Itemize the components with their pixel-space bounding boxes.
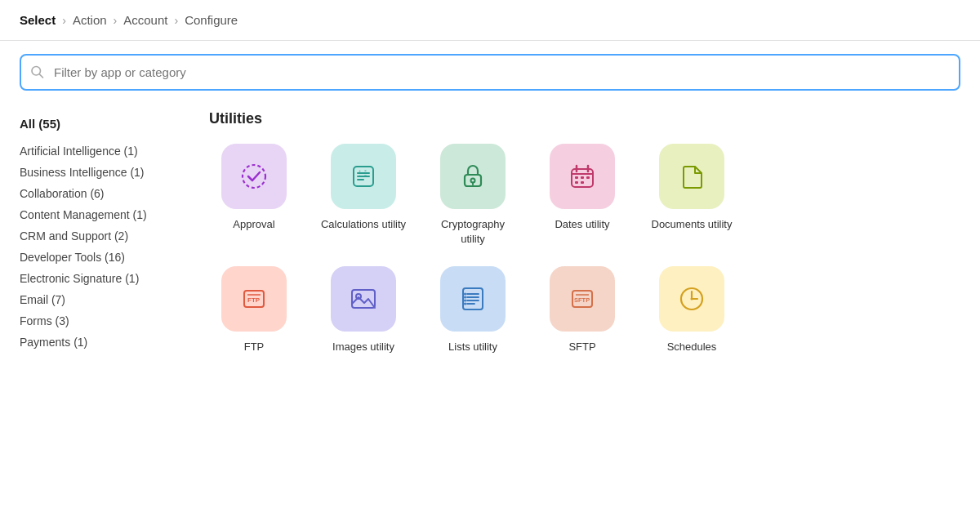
svg-point-2	[243, 165, 265, 188]
app-icon-images	[331, 266, 396, 332]
sidebar-item-ai[interactable]: Artificial Intelligence (1)	[20, 140, 183, 162]
apps-row-2: FTP FTP Images utility	[209, 266, 960, 354]
search-icon	[29, 64, 44, 81]
app-label-schedules: Schedules	[667, 340, 717, 354]
app-icon-sftp: SFTP	[550, 266, 615, 332]
svg-text:FTP: FTP	[247, 296, 261, 304]
app-icon-calculations: + × + =	[331, 144, 396, 209]
sidebar-item-collab[interactable]: Collaboration (6)	[20, 183, 183, 204]
svg-point-34	[464, 296, 466, 299]
app-card-approval[interactable]: Approval	[209, 144, 299, 247]
search-wrap	[20, 54, 960, 91]
svg-rect-18	[575, 176, 578, 179]
breadcrumb-sep-2: ›	[114, 14, 118, 27]
app-label-documents: Documents utility	[652, 217, 733, 232]
breadcrumb-configure[interactable]: Configure	[185, 13, 238, 27]
svg-rect-21	[575, 181, 578, 184]
app-card-lists[interactable]: Lists utility	[428, 266, 518, 354]
app-icon-ftp: FTP	[221, 266, 287, 332]
breadcrumb-sep-1: ›	[62, 14, 66, 27]
svg-text:SFTP: SFTP	[574, 296, 590, 304]
sidebar-item-payments[interactable]: Payments (1)	[20, 332, 183, 353]
sidebar-item-content[interactable]: Content Management (1)	[20, 204, 183, 225]
app-icon-dates	[550, 144, 615, 209]
sidebar-item-email[interactable]: Email (7)	[20, 289, 183, 310]
search-input[interactable]	[20, 54, 960, 91]
app-card-dates[interactable]: Dates utility	[537, 144, 627, 247]
app-label-cryptography: Cryptography utility	[428, 217, 518, 247]
sidebar-item-bi[interactable]: Business Intelligence (1)	[20, 162, 183, 183]
breadcrumb-action[interactable]: Action	[73, 13, 107, 27]
breadcrumb-sep-3: ›	[174, 14, 178, 27]
sidebar-item-crm[interactable]: CRM and Support (2)	[20, 225, 183, 247]
search-bar-wrap	[0, 41, 980, 91]
app-card-cryptography[interactable]: Cryptography utility	[428, 144, 518, 247]
sidebar: All (55) Artificial Intelligence (1) Bus…	[20, 110, 183, 512]
app-label-dates: Dates utility	[555, 217, 609, 232]
app-label-approval: Approval	[233, 217, 274, 232]
svg-point-36	[464, 303, 466, 305]
svg-rect-28	[463, 288, 483, 309]
app-card-sftp[interactable]: SFTP SFTP	[537, 266, 627, 354]
app-card-ftp[interactable]: FTP FTP	[209, 266, 299, 354]
svg-text:+: +	[359, 173, 361, 178]
svg-point-35	[464, 300, 466, 302]
svg-line-1	[39, 73, 42, 77]
app-label-calculations: Calculations utility	[321, 217, 406, 232]
app-label-sftp: SFTP	[568, 340, 595, 354]
svg-rect-26	[352, 290, 375, 308]
svg-rect-19	[581, 176, 584, 179]
apps-area: Utilities Approval	[209, 110, 960, 512]
breadcrumb-account[interactable]: Account	[123, 13, 167, 27]
app-card-calculations[interactable]: + × + = Calculations utility	[318, 144, 408, 247]
app-card-images[interactable]: Images utility	[318, 266, 408, 354]
apps-row-1: Approval + × + = Calculations	[209, 144, 960, 247]
svg-point-33	[464, 293, 466, 296]
breadcrumb-select[interactable]: Select	[20, 13, 56, 27]
app-label-ftp: FTP	[244, 340, 265, 354]
app-label-lists: Lists utility	[448, 340, 497, 354]
svg-text:=: =	[364, 173, 367, 178]
svg-rect-20	[586, 176, 590, 179]
sidebar-item-forms[interactable]: Forms (3)	[20, 310, 183, 332]
main-content: All (55) Artificial Intelligence (1) Bus…	[0, 91, 980, 512]
app-card-schedules[interactable]: Schedules	[647, 266, 737, 354]
app-label-images: Images utility	[332, 340, 394, 354]
section-title: Utilities	[209, 110, 960, 127]
app-icon-approval	[221, 144, 287, 209]
sidebar-all-item[interactable]: All (55)	[20, 117, 183, 131]
app-icon-schedules	[659, 266, 724, 332]
sidebar-item-devtools[interactable]: Developer Tools (16)	[20, 247, 183, 268]
app-icon-lists	[440, 266, 506, 332]
sidebar-item-esig[interactable]: Electronic Signature (1)	[20, 268, 183, 289]
app-icon-cryptography	[440, 144, 506, 209]
app-card-documents[interactable]: Documents utility	[647, 144, 737, 247]
app-icon-documents	[659, 144, 724, 209]
breadcrumb-bar: Select › Action › Account › Configure	[0, 0, 980, 41]
svg-point-43	[691, 298, 693, 301]
svg-rect-22	[581, 181, 584, 184]
